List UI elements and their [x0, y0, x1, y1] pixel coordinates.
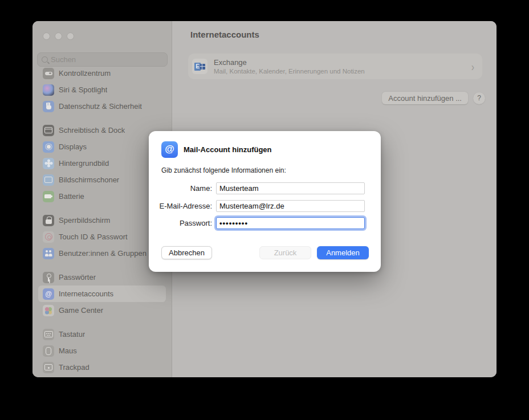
- privacy-hand-icon: [43, 101, 54, 112]
- users-icon: [43, 248, 54, 259]
- control-center-icon: [43, 68, 54, 79]
- sidebar-item-label: Game Center: [59, 306, 103, 315]
- siri-icon: [43, 84, 54, 96]
- trackpad-icon: [43, 362, 54, 373]
- sidebar-item-label: Tastatur: [59, 330, 85, 339]
- sidebar-item-trackpad[interactable]: Trackpad: [38, 359, 166, 376]
- sidebar-item-label: Bildschirmschoner: [59, 176, 119, 184]
- sidebar-item-siri-spotlight[interactable]: Siri & Spotlight: [38, 81, 166, 98]
- sidebar-item-tastatur[interactable]: Tastatur: [38, 326, 166, 342]
- key-icon: [43, 272, 54, 283]
- sidebar-item-bildschirmschoner[interactable]: Bildschirmschoner: [38, 172, 166, 188]
- sidebar-item-label: Benutzer:innen & Gruppen: [59, 249, 147, 258]
- page-title: Internetaccounts: [190, 30, 259, 39]
- email-field[interactable]: [216, 200, 365, 212]
- exchange-account-row[interactable]: Exchange Mail, Kontakte, Kalender, Erinn…: [188, 54, 482, 79]
- sidebar-item-label: Maus: [59, 346, 77, 355]
- sidebar-item-kontrollzentrum[interactable]: Kontrollzentrum: [38, 68, 166, 81]
- cancel-button[interactable]: Abbrechen: [161, 246, 212, 259]
- name-label: Name:: [149, 184, 216, 193]
- submit-button[interactable]: Anmelden: [317, 246, 369, 259]
- sidebar-item-sperrbildschirm[interactable]: Sperrbildschirm: [38, 212, 166, 229]
- screensaver-icon: [43, 174, 54, 186]
- dialog-subtitle: Gib zunächst folgende Informationen ein:: [161, 166, 286, 174]
- zoom-button[interactable]: [67, 32, 74, 40]
- display-brightness-icon: [43, 141, 54, 153]
- password-field[interactable]: [216, 217, 365, 229]
- at-icon: [43, 288, 54, 300]
- account-subtitle: Mail, Kontakte, Kalender, Erinnerungen u…: [214, 68, 465, 75]
- keyboard-icon: [43, 329, 54, 340]
- sidebar-item-passwoerter[interactable]: Passwörter: [38, 269, 166, 286]
- sidebar-item-label: Datenschutz & Sicherheit: [59, 102, 142, 111]
- sidebar-item-touch-id[interactable]: Touch ID & Passwort: [38, 229, 166, 245]
- sidebar-item-label: Kontrollzentrum: [59, 69, 111, 78]
- help-button[interactable]: ?: [473, 92, 485, 104]
- sidebar-item-maus[interactable]: Maus: [38, 342, 166, 359]
- sidebar-item-benutzer-gruppen[interactable]: Benutzer:innen & Gruppen: [38, 245, 166, 262]
- sidebar-item-batterie[interactable]: Batterie: [38, 188, 166, 205]
- sidebar-item-displays[interactable]: Displays: [38, 138, 166, 155]
- name-field[interactable]: [216, 182, 365, 194]
- mail-at-icon: @: [161, 141, 178, 158]
- close-button[interactable]: [43, 32, 50, 40]
- sidebar-item-label: Siri & Spotlight: [59, 85, 107, 94]
- minimize-button[interactable]: [55, 32, 62, 40]
- sidebar-item-label: Hintergrundbild: [59, 159, 109, 168]
- fingerprint-icon: [43, 231, 54, 243]
- sidebar-item-label: Passwörter: [59, 273, 96, 282]
- sidebar-item-label: Touch ID & Passwort: [59, 233, 128, 241]
- exchange-logo-icon: [192, 59, 207, 74]
- account-title: Exchange: [214, 58, 465, 67]
- sidebar-item-internetaccounts[interactable]: Internetaccounts: [38, 286, 166, 302]
- sidebar-item-label: Internetaccounts: [59, 289, 113, 298]
- sidebar-item-label: Displays: [59, 142, 87, 151]
- mouse-icon: [43, 345, 54, 357]
- traffic-lights: [43, 32, 74, 40]
- search-field[interactable]: [37, 52, 168, 67]
- search-icon: [42, 56, 48, 63]
- game-center-icon: [43, 305, 54, 316]
- desktop-dock-icon: [43, 125, 54, 136]
- sidebar-item-label: Batterie: [59, 192, 84, 201]
- sidebar-item-label: Sperrbildschirm: [59, 216, 110, 225]
- email-label: E-Mail-Adresse:: [149, 202, 216, 210]
- sidebar-item-datenschutz[interactable]: Datenschutz & Sicherheit: [38, 98, 166, 115]
- lock-icon: [43, 215, 54, 226]
- sidebar-item-label: Schreibtisch & Dock: [59, 126, 125, 134]
- back-button[interactable]: Zurück: [259, 246, 311, 259]
- password-label: Passwort:: [149, 219, 216, 227]
- sidebar-item-hintergrundbild[interactable]: Hintergrundbild: [38, 155, 166, 172]
- dialog-title: Mail-Account hinzufügen: [184, 145, 272, 154]
- sidebar-item-label: Trackpad: [59, 363, 89, 372]
- chevron-right-icon: ›: [471, 60, 474, 73]
- wallpaper-flower-icon: [43, 158, 54, 169]
- mail-account-dialog: @ Mail-Account hinzufügen Gib zunächst f…: [149, 131, 381, 272]
- search-input[interactable]: [51, 55, 163, 64]
- add-account-button[interactable]: Account hinzufügen ...: [382, 92, 468, 104]
- sidebar-item-schreibtisch-dock[interactable]: Schreibtisch & Dock: [38, 122, 166, 138]
- sidebar-item-game-center[interactable]: Game Center: [38, 302, 166, 319]
- battery-icon: [43, 191, 54, 202]
